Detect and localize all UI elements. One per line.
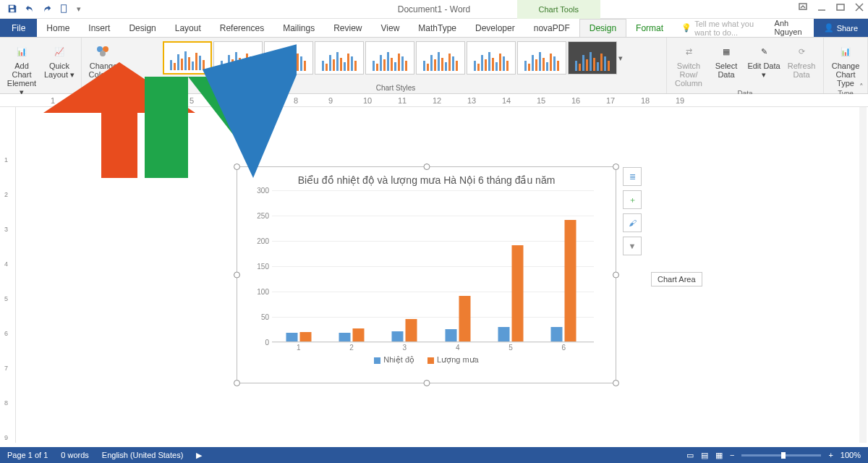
tab-developer[interactable]: Developer: [466, 19, 524, 37]
ribbon-options-icon[interactable]: [799, 3, 807, 13]
resize-handle-tl[interactable]: [234, 163, 240, 170]
bar-Nhiệt độ[interactable]: [339, 333, 351, 341]
status-language[interactable]: English (United States): [102, 451, 184, 459]
chart-style-9[interactable]: [568, 41, 617, 75]
view-print-icon[interactable]: ▤: [701, 451, 708, 460]
bar-Nhiệt độ[interactable]: [392, 331, 404, 341]
switch-row-column-button[interactable]: ⇄Switch Row/ Column: [671, 40, 706, 88]
chart-title[interactable]: Biểu đồ nhiệt độ và lượng mưa Hà Nội 6 t…: [237, 167, 616, 190]
tab-mathtype[interactable]: MathType: [409, 19, 466, 37]
tab-references[interactable]: References: [210, 19, 273, 37]
chart-styles-button[interactable]: 🖌: [623, 213, 642, 232]
change-colors-button[interactable]: Change Colors ▾: [86, 40, 121, 80]
bar-Nhiệt độ[interactable]: [445, 329, 456, 341]
tab-insert[interactable]: Insert: [79, 19, 119, 37]
tab-design-chart[interactable]: Design: [579, 19, 626, 37]
view-read-icon[interactable]: ▭: [686, 451, 694, 460]
minimize-icon[interactable]: [817, 3, 826, 13]
zoom-in-icon[interactable]: +: [828, 451, 833, 459]
refresh-data-button[interactable]: ⟳Refresh Data: [784, 40, 819, 79]
zoom-level[interactable]: 100%: [841, 451, 861, 459]
chart-style-3[interactable]: [264, 41, 313, 75]
chart-filter-button[interactable]: ▼: [623, 237, 642, 255]
redo-icon[interactable]: [42, 4, 52, 15]
tab-design-main[interactable]: Design: [119, 19, 165, 37]
resize-handle-r[interactable]: [613, 272, 619, 279]
bar-Lượng mưa[interactable]: [459, 296, 470, 341]
legend-item[interactable]: Nhiệt độ: [374, 355, 414, 365]
chart-elements-button[interactable]: ≣: [623, 167, 642, 186]
chart-style-4[interactable]: [315, 41, 364, 75]
bar-Nhiệt độ[interactable]: [498, 327, 510, 341]
quick-layout-button[interactable]: 📈Quick Layout ▾: [42, 40, 77, 80]
change-chart-type-button[interactable]: 📊Change Chart Type: [828, 40, 863, 88]
view-web-icon[interactable]: ▦: [715, 451, 723, 460]
chart-style-6[interactable]: [416, 41, 465, 75]
chart-style-2[interactable]: [213, 41, 263, 75]
bar-Lượng mưa[interactable]: [512, 245, 524, 341]
chart-object[interactable]: Biểu đồ nhiệt độ và lượng mưa Hà Nội 6 t…: [237, 166, 616, 383]
new-icon[interactable]: [59, 4, 69, 15]
bar-Lượng mưa[interactable]: [299, 332, 311, 341]
change-chart-type-label: Change Chart Type: [828, 61, 863, 88]
status-words[interactable]: 0 words: [61, 451, 89, 459]
switch-row-col-label: Switch Row/ Column: [671, 61, 706, 88]
chart-type-icon: 📊: [841, 41, 851, 61]
qat-more-icon[interactable]: ▾: [77, 4, 81, 14]
chart-style-7[interactable]: [467, 41, 516, 75]
vertical-ruler[interactable]: 123456789: [0, 107, 16, 443]
document-area: 123456789 Biểu đồ nhiệt độ và lượng mưa …: [0, 107, 868, 443]
tell-me-search[interactable]: 💡Tell me what you want to do...: [681, 19, 767, 37]
resize-handle-t[interactable]: [423, 163, 430, 170]
share-button[interactable]: 👤Share: [814, 19, 868, 37]
select-data-button[interactable]: ▦Select Data: [709, 40, 744, 79]
chart-style-5[interactable]: [365, 41, 414, 75]
chart-style-1[interactable]: [163, 41, 212, 75]
chart-add-button[interactable]: ＋: [623, 190, 642, 209]
legend-item[interactable]: Lượng mưa: [427, 355, 479, 365]
style-gallery-more[interactable]: ▾: [618, 54, 629, 63]
collapse-ribbon-icon[interactable]: ˄: [859, 82, 864, 92]
resize-handle-bl[interactable]: [234, 380, 240, 386]
zoom-out-icon[interactable]: −: [730, 451, 734, 459]
bar-Nhiệt độ[interactable]: [551, 327, 563, 341]
chart-legend[interactable]: Nhiệt độLượng mưa: [237, 355, 616, 365]
tab-view[interactable]: View: [372, 19, 409, 37]
save-icon[interactable]: [7, 4, 17, 15]
close-icon[interactable]: [855, 3, 864, 13]
tab-novapdf[interactable]: novaPDF: [524, 19, 579, 37]
x-tick-label: 5: [509, 344, 513, 352]
horizontal-ruler[interactable]: 12345678910111213141516171819: [0, 94, 868, 107]
add-chart-element-button[interactable]: 📊Add Chart Element ▾: [4, 40, 39, 97]
user-name[interactable]: Anh Nguyen: [767, 19, 814, 37]
maximize-icon[interactable]: [836, 3, 845, 13]
chart-plot-area[interactable]: 050100150200250300123456: [272, 190, 594, 342]
tab-format-chart[interactable]: Format: [626, 19, 673, 37]
resize-handle-tr[interactable]: [613, 163, 619, 170]
tab-file[interactable]: File: [0, 19, 37, 37]
bar-Lượng mưa[interactable]: [565, 220, 576, 341]
resize-handle-b[interactable]: [423, 380, 430, 386]
bar-Lượng mưa[interactable]: [353, 328, 365, 341]
undo-icon[interactable]: [25, 4, 35, 15]
bar-Lượng mưa[interactable]: [406, 319, 417, 341]
resize-handle-br[interactable]: [613, 380, 619, 386]
document-page[interactable]: Biểu đồ nhiệt độ và lượng mưa Hà Nội 6 t…: [16, 107, 859, 443]
macro-icon[interactable]: ▶: [196, 451, 202, 460]
group-chart-styles: ▾ Chart Styles: [125, 38, 667, 93]
tab-home[interactable]: Home: [37, 19, 79, 37]
edit-data-button[interactable]: ✎Edit Data ▾: [746, 40, 781, 80]
tab-layout[interactable]: Layout: [166, 19, 210, 37]
resize-handle-l[interactable]: [234, 272, 240, 279]
vertical-scrollbar[interactable]: [859, 107, 867, 443]
funnel-icon: ▼: [629, 242, 637, 250]
svg-rect-1: [10, 9, 14, 12]
status-page[interactable]: Page 1 of 1: [7, 451, 48, 459]
tab-review[interactable]: Review: [324, 19, 371, 37]
chart-area-tooltip: Chart Area: [651, 272, 702, 286]
tab-mailings[interactable]: Mailings: [273, 19, 324, 37]
zoom-slider[interactable]: [741, 454, 821, 456]
bar-Nhiệt độ[interactable]: [286, 333, 297, 341]
title-bar: ▾ Document1 - Word Chart Tools: [0, 0, 868, 19]
chart-style-8[interactable]: [517, 41, 566, 75]
